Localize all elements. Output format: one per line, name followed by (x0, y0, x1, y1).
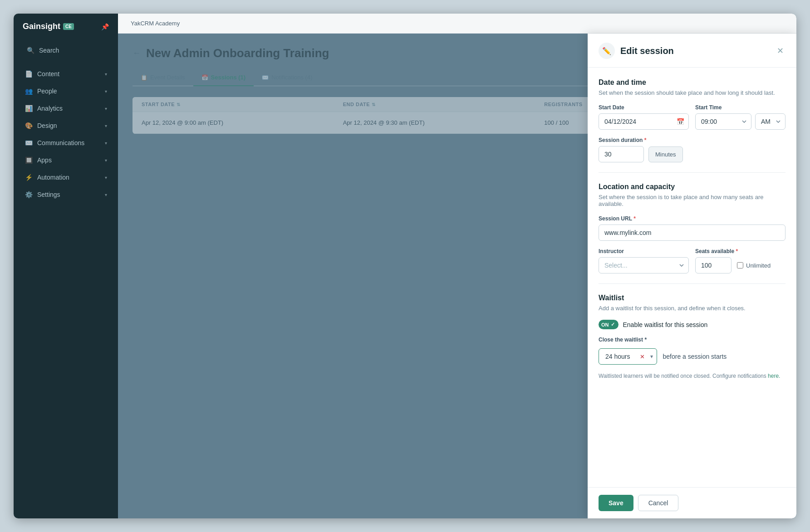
session-url-input[interactable] (599, 225, 785, 241)
seats-label: Seats available * (695, 248, 785, 254)
duration-unit: Minutes (648, 146, 683, 162)
sidebar-label-analytics: Analytics (37, 105, 63, 112)
waitlist-note-link[interactable]: here. (768, 373, 780, 379)
chevron-down-icon: ▾ (105, 106, 107, 111)
sidebar-item-apps[interactable]: 🔲 Apps ▾ (19, 152, 113, 168)
sidebar-nav: 📄 Content ▾ 👥 People ▾ 📊 Analytics (14, 64, 118, 518)
date-time-row: Start Date 📅 Start Time (599, 104, 785, 130)
communications-icon: ✉️ (25, 139, 33, 147)
datetime-section-title: Date and time (599, 78, 785, 87)
chevron-down-icon: ▾ (105, 175, 107, 180)
divider-1 (599, 172, 785, 173)
chevron-down-icon: ▾ (105, 158, 107, 163)
sidebar-item-content[interactable]: 📄 Content ▾ (19, 66, 113, 82)
panel-header: ✏️ Edit session ✕ (588, 34, 796, 68)
sidebar-label-design: Design (37, 122, 57, 129)
duration-label: Session duration * (599, 137, 785, 143)
instructor-label: Instructor (599, 248, 689, 254)
waitlist-close-dropdown[interactable]: 24 hours ✕ ▾ (599, 348, 657, 365)
waitlist-clear-icon[interactable]: ✕ (636, 353, 648, 360)
start-time-label: Start Time (695, 104, 785, 111)
content-area: ← New Admin Onboarding Training 📋 Event … (118, 34, 796, 518)
start-date-group: Start Date 📅 (599, 104, 689, 130)
settings-icon: ⚙️ (25, 190, 33, 199)
chevron-down-icon: ▾ (105, 192, 107, 197)
seats-input[interactable] (695, 257, 731, 273)
sidebar-item-settings[interactable]: ⚙️ Settings ▾ (19, 186, 113, 203)
close-panel-button[interactable]: ✕ (775, 44, 785, 58)
divider-2 (599, 283, 785, 284)
start-date-label: Start Date (599, 104, 689, 111)
start-time-group: Start Time 09:00 AM PM (695, 104, 785, 130)
pin-icon[interactable]: 📌 (101, 23, 109, 30)
instructor-select-wrapper: Select... (599, 257, 689, 273)
waitlist-toggle[interactable]: ON ✓ (599, 320, 619, 329)
panel-title-group: ✏️ Edit session (599, 43, 674, 59)
chevron-down-icon: ▾ (105, 89, 107, 94)
duration-group: Session duration * Minutes (599, 137, 785, 162)
sidebar-label-apps: Apps (37, 156, 52, 164)
panel-title: Edit session (620, 46, 674, 56)
design-icon: 🎨 (25, 122, 33, 130)
url-group: Session URL * (599, 215, 785, 241)
logo-text: Gainsight CE (23, 22, 74, 31)
close-waitlist-group: Close the waitlist * 24 hours ✕ ▾ before… (599, 337, 785, 380)
duration-input[interactable] (599, 146, 644, 162)
sidebar-label-people: People (37, 88, 57, 95)
waitlist-close-value: 24 hours (599, 349, 636, 364)
sidebar: Gainsight CE 📌 🔍 Search 📄 Content ▾ (14, 14, 118, 518)
cancel-button[interactable]: Cancel (638, 495, 679, 511)
save-button[interactable]: Save (599, 495, 633, 511)
chevron-down-icon[interactable]: ▾ (648, 353, 657, 360)
apps-icon: 🔲 (25, 156, 33, 164)
waitlist-section-desc: Add a waitlist for this session, and def… (599, 305, 785, 312)
close-waitlist-label: Close the waitlist * (599, 337, 785, 343)
section-waitlist: Waitlist Add a waitlist for this session… (599, 294, 785, 380)
sidebar-item-people[interactable]: 👥 People ▾ (19, 83, 113, 99)
unlimited-checkbox[interactable] (737, 262, 743, 268)
seats-group: Seats available * Unlimited (695, 248, 785, 273)
chevron-down-icon: ▾ (105, 72, 107, 77)
instructor-select[interactable]: Select... (599, 257, 689, 273)
sidebar-label-settings: Settings (37, 191, 60, 198)
sidebar-item-communications[interactable]: ✉️ Communications ▾ (19, 135, 113, 151)
start-date-input-wrapper: 📅 (599, 113, 689, 130)
start-date-input[interactable] (599, 113, 689, 130)
waitlist-toggle-row: ON ✓ Enable waitlist for this session (599, 320, 785, 329)
waitlist-section-title: Waitlist (599, 294, 785, 302)
instructor-seats-row: Instructor Select... Seats available * (599, 248, 785, 273)
location-section-desc: Set where the session is to take place a… (599, 194, 785, 207)
waitlist-note: Waitlisted learners will be notified onc… (599, 372, 785, 380)
section-location: Location and capacity Set where the sess… (599, 183, 785, 273)
toggle-checkmark-icon: ✓ (611, 322, 615, 327)
start-time-select[interactable]: 09:00 (695, 113, 751, 130)
search-label: Search (39, 47, 59, 54)
edit-session-panel: ✏️ Edit session ✕ Date and time Set when… (588, 34, 796, 518)
before-session-label: before a session starts (663, 353, 727, 360)
sidebar-item-analytics[interactable]: 📊 Analytics ▾ (19, 100, 113, 117)
location-section-title: Location and capacity (599, 183, 785, 191)
sidebar-item-automation[interactable]: ⚡ Automation ▾ (19, 169, 113, 185)
seats-row: Unlimited (695, 257, 785, 273)
unlimited-check[interactable]: Unlimited (737, 262, 771, 269)
instructor-group: Instructor Select... (599, 248, 689, 273)
unlimited-label: Unlimited (746, 262, 771, 269)
content-icon: 📄 (25, 70, 33, 78)
chevron-down-icon: ▾ (105, 123, 107, 128)
sidebar-label-automation: Automation (37, 174, 69, 181)
panel-icon: ✏️ (599, 43, 615, 59)
search-icon: 🔍 (26, 46, 34, 54)
sidebar-item-design[interactable]: 🎨 Design ▾ (19, 117, 113, 134)
pencil-icon: ✏️ (602, 47, 611, 55)
panel-body: Date and time Set when the session shoul… (588, 68, 796, 487)
time-select-group: 09:00 AM PM (695, 113, 785, 130)
ampm-select[interactable]: AM PM (755, 113, 785, 130)
waitlist-close-row: 24 hours ✕ ▾ before a session starts (599, 348, 785, 365)
sidebar-label-content: Content (37, 70, 59, 78)
toggle-on-label: ON (601, 322, 609, 327)
search-nav-item[interactable]: 🔍 Search (21, 42, 111, 59)
section-datetime: Date and time Set when the session shoul… (599, 78, 785, 162)
panel-footer: Save Cancel (588, 487, 796, 518)
sidebar-label-communications: Communications (37, 139, 84, 146)
breadcrumb: YakCRM Academy (131, 20, 180, 27)
